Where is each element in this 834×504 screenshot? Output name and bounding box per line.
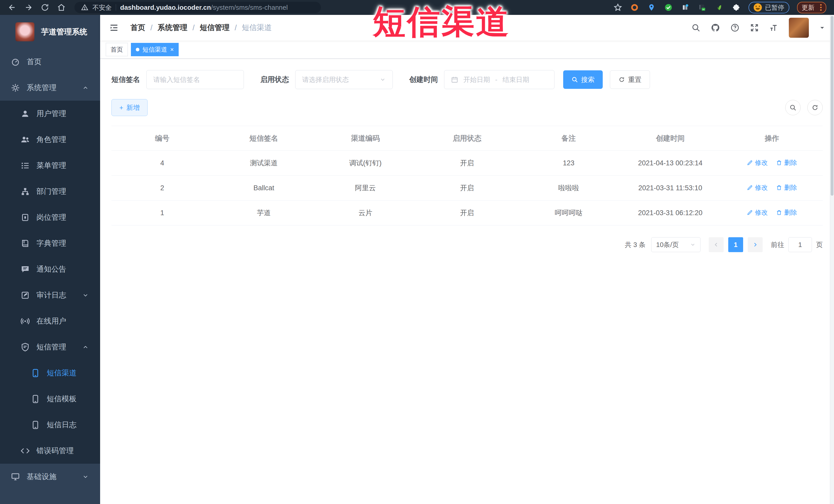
extension-paused-badge[interactable]: 已暂停 xyxy=(748,2,789,13)
sidebar-item-sms-channel[interactable]: 短信渠道 xyxy=(0,360,100,386)
github-icon[interactable] xyxy=(711,23,720,32)
status-select[interactable]: 请选择启用状态 xyxy=(295,70,393,89)
phone-icon xyxy=(31,368,40,378)
edit-link[interactable]: 修改 xyxy=(747,158,768,167)
user-avatar[interactable] xyxy=(789,18,809,38)
edit-icon xyxy=(747,184,753,191)
bookmark-star-icon[interactable] xyxy=(614,3,622,12)
browser-update-button[interactable]: 更新 xyxy=(797,2,826,13)
not-secure-icon[interactable] xyxy=(81,4,88,11)
chevron-down-icon xyxy=(82,474,89,480)
window-scrollbar[interactable] xyxy=(830,15,834,504)
extension-check-icon[interactable] xyxy=(664,3,673,12)
cell-remark: 啦啦啦 xyxy=(518,176,619,200)
cell-created: 2021-03-31 11:53:10 xyxy=(619,176,721,200)
sidebar-item-departments[interactable]: 部门管理 xyxy=(0,178,100,204)
goto-label: 前往 xyxy=(771,240,784,249)
page-number-1[interactable]: 1 xyxy=(728,237,743,252)
delete-link[interactable]: 删除 xyxy=(776,158,797,167)
sidebar-item-menus[interactable]: 菜单管理 xyxy=(0,153,100,178)
sidebar-item-infrastructure[interactable]: 基础设施 xyxy=(0,464,100,490)
next-page-button[interactable] xyxy=(748,237,763,252)
sidebar-item-label: 岗位管理 xyxy=(37,212,66,223)
sidebar-item-label: 通知公告 xyxy=(37,264,66,275)
phone-icon xyxy=(31,420,40,430)
sidebar-item-users[interactable]: 用户管理 xyxy=(0,101,100,127)
caret-down-icon[interactable] xyxy=(819,25,825,31)
breadcrumb-separator: / xyxy=(150,24,152,32)
sidebar-item-label: 系统管理 xyxy=(27,83,57,93)
not-secure-label[interactable]: 不安全 xyxy=(92,3,112,12)
col-id: 编号 xyxy=(111,126,213,151)
hamburger-icon[interactable] xyxy=(109,23,119,33)
tab-close-icon[interactable]: × xyxy=(170,46,174,52)
page-size-select[interactable]: 10条/页 xyxy=(651,237,701,252)
extension-puzzle-icon[interactable] xyxy=(732,3,740,12)
sidebar-item-online-users[interactable]: 在线用户 xyxy=(0,308,100,334)
tab-home[interactable]: 首页 xyxy=(106,43,128,56)
sidebar-item-label: 短信渠道 xyxy=(47,368,76,378)
browser-toolbar: 不安全 dashboard.yudao.iocoder.cn/system/sm… xyxy=(0,0,834,15)
dashboard-icon xyxy=(11,57,20,66)
sidebar-item-home[interactable]: 首页 xyxy=(0,49,100,75)
date-start-placeholder: 开始日期 xyxy=(463,75,490,84)
search-button[interactable]: 搜索 xyxy=(563,70,603,89)
emoji-face-icon xyxy=(754,3,762,12)
page-content: 短信签名 启用状态 请选择启用状态 创建时间 开始日期 - 结束日期 xyxy=(100,59,834,504)
calendar-icon xyxy=(451,76,458,83)
goto-page-input[interactable] xyxy=(788,237,812,252)
edit-link[interactable]: 修改 xyxy=(747,208,768,217)
font-size-icon[interactable] xyxy=(769,23,778,32)
help-icon[interactable] xyxy=(730,23,740,32)
address-bar[interactable]: 不安全 dashboard.yudao.iocoder.cn/system/sm… xyxy=(74,2,321,13)
sidebar-item-error-codes[interactable]: 错误码管理 xyxy=(0,438,100,464)
sidebar-item-label: 用户管理 xyxy=(37,109,66,119)
sidebar-item-posts[interactable]: 岗位管理 xyxy=(0,204,100,230)
delete-link[interactable]: 删除 xyxy=(776,183,797,192)
home-icon[interactable] xyxy=(57,3,66,12)
pagination: 共 3 条 10条/页 1 前往 页 xyxy=(111,237,823,252)
add-button[interactable]: + 新增 xyxy=(111,99,148,116)
fullscreen-icon[interactable] xyxy=(750,23,759,32)
sms-shield-icon xyxy=(21,343,30,352)
prev-page-button[interactable] xyxy=(709,237,724,252)
breadcrumb-sms[interactable]: 短信管理 xyxy=(200,23,229,33)
sidebar-item-notices[interactable]: 通知公告 xyxy=(0,256,100,282)
scrollbar-thumb[interactable] xyxy=(831,16,833,196)
sidebar-item-audit-log[interactable]: 审计日志 xyxy=(0,282,100,308)
search-icon[interactable] xyxy=(691,23,701,32)
tab-sms-channel[interactable]: 短信渠道 × xyxy=(131,43,179,56)
status-placeholder: 请选择启用状态 xyxy=(302,75,349,84)
sidebar-logo-row[interactable]: 芋道管理系统 xyxy=(0,15,100,49)
extension-leaf-icon[interactable] xyxy=(715,3,723,12)
sign-input[interactable] xyxy=(153,76,237,84)
toggle-search-button[interactable] xyxy=(785,100,800,115)
col-sign: 短信签名 xyxy=(213,126,315,151)
extension-onenote-icon[interactable]: on xyxy=(698,3,706,12)
sidebar-item-roles[interactable]: 角色管理 xyxy=(0,127,100,153)
table-row: 1 芋道 云片 开启 呵呵呵哒 2021-03-31 06:12:20 修改删除 xyxy=(111,200,823,225)
edit-link[interactable]: 修改 xyxy=(747,183,768,192)
reset-button[interactable]: 重置 xyxy=(610,70,650,89)
extension-pin-icon[interactable] xyxy=(648,3,656,12)
breadcrumb-system[interactable]: 系统管理 xyxy=(158,23,188,33)
extension-history-icon[interactable] xyxy=(681,3,689,12)
url-divider xyxy=(116,4,116,11)
url-text[interactable]: dashboard.yudao.iocoder.cn/system/sms/sm… xyxy=(120,4,288,12)
date-range-picker[interactable]: 开始日期 - 结束日期 xyxy=(444,70,554,89)
breadcrumb-home[interactable]: 首页 xyxy=(130,23,145,33)
extension-orange-icon[interactable] xyxy=(631,3,639,12)
back-icon[interactable] xyxy=(8,3,17,12)
sidebar-item-sms-template[interactable]: 短信模板 xyxy=(0,386,100,412)
sidebar-item-dict[interactable]: 字典管理 xyxy=(0,230,100,256)
delete-link[interactable]: 删除 xyxy=(776,208,797,217)
navbar-actions xyxy=(691,18,825,38)
sidebar-item-system[interactable]: 系统管理 xyxy=(0,75,100,101)
sidebar-item-sms-log[interactable]: 短信日志 xyxy=(0,412,100,438)
refresh-table-button[interactable] xyxy=(807,100,823,115)
sidebar-item-sms-management[interactable]: 短信管理 xyxy=(0,334,100,360)
user-icon xyxy=(21,109,30,118)
forward-icon[interactable] xyxy=(24,3,33,12)
browser-menu-icon[interactable] xyxy=(820,4,822,11)
reload-icon[interactable] xyxy=(41,3,49,12)
